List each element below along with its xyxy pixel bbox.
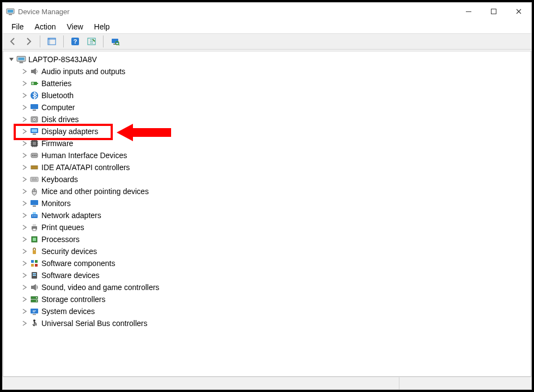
svg-text:?: ? [74, 38, 77, 45]
tree-item[interactable]: Computer [21, 101, 531, 113]
storage-icon [29, 294, 39, 304]
tree-item[interactable]: Display adapters [21, 125, 531, 137]
tree-item[interactable]: Storage controllers [21, 293, 531, 305]
tree-item-label: Software components [41, 259, 115, 268]
toolbar-divider [103, 35, 104, 47]
chevron-right-icon[interactable] [21, 236, 28, 243]
tree-item[interactable]: Software components [21, 257, 531, 269]
tree-item-label: Human Interface Devices [41, 151, 127, 160]
maximize-button[interactable] [481, 3, 506, 20]
tree-item-label: Computer [41, 103, 75, 112]
device-manager-window: Device Manager File Action View Help [2, 2, 532, 390]
component-icon [29, 258, 39, 268]
tree-item[interactable]: Monitors [21, 197, 531, 209]
tree-item[interactable]: Processors [21, 233, 531, 245]
chevron-right-icon[interactable] [21, 212, 28, 219]
tree-item-label: Storage controllers [41, 295, 106, 304]
chevron-right-icon[interactable] [21, 200, 28, 207]
chevron-right-icon[interactable] [21, 188, 28, 195]
tree-item[interactable]: Batteries [21, 77, 531, 89]
chevron-right-icon[interactable] [21, 260, 28, 267]
scan-hardware-button[interactable] [108, 35, 122, 47]
back-button[interactable] [6, 35, 20, 47]
tree-root-label: LAPTOP-8S43JA8V [28, 55, 97, 64]
chip-icon [29, 138, 39, 148]
chevron-right-icon[interactable] [21, 140, 28, 147]
tree-item-label: Batteries [41, 79, 71, 88]
tree-item[interactable]: Mice and other pointing devices [21, 185, 531, 197]
chevron-right-icon[interactable] [21, 295, 28, 303]
chevron-right-icon[interactable] [21, 128, 28, 135]
chevron-right-icon[interactable] [21, 92, 28, 99]
menu-view[interactable]: View [61, 21, 88, 32]
menu-help[interactable]: Help [89, 21, 116, 32]
chevron-right-icon[interactable] [21, 68, 28, 75]
console-tree-button[interactable] [45, 35, 59, 47]
tree-item[interactable]: Firmware [21, 137, 531, 149]
battery-icon [29, 79, 39, 88]
network-icon [29, 210, 39, 220]
hid-icon [29, 150, 39, 160]
close-button[interactable] [506, 3, 531, 20]
tree-item[interactable]: Security devices [21, 245, 531, 257]
chevron-down-icon[interactable] [8, 56, 15, 63]
tree-item[interactable]: Disk drives [21, 113, 531, 125]
chevron-right-icon[interactable] [21, 152, 28, 159]
tree-item-label: Display adapters [41, 127, 98, 136]
svg-rect-16 [20, 62, 23, 63]
statusbar [3, 377, 531, 389]
tree-item[interactable]: Bluetooth [21, 89, 531, 101]
toolbar-divider [63, 35, 64, 47]
disk-icon [29, 114, 39, 124]
tree-item[interactable]: Audio inputs and outputs [21, 65, 531, 77]
tree-item[interactable]: Sound, video and game controllers [21, 281, 531, 293]
chevron-right-icon[interactable] [21, 307, 28, 315]
svg-rect-11 [112, 39, 118, 43]
menubar: File Action View Help [3, 20, 531, 34]
tree-item[interactable]: Network adapters [21, 209, 531, 221]
software-icon [29, 270, 39, 280]
tree-item-label: Disk drives [41, 115, 78, 124]
window-title: Device Manager [18, 8, 70, 16]
tree-item[interactable]: Print queues [21, 221, 531, 233]
chevron-right-icon[interactable] [21, 224, 28, 231]
chevron-right-icon[interactable] [21, 176, 28, 183]
tree-item-label: Security devices [41, 247, 97, 256]
chevron-right-icon[interactable] [21, 80, 28, 87]
content-panel: LAPTOP-8S43JA8V Audio inputs and outputs… [3, 51, 531, 377]
minimize-button[interactable] [456, 3, 481, 20]
tree-item-label: System devices [41, 307, 95, 316]
svg-rect-7 [48, 38, 56, 40]
forward-button[interactable] [21, 35, 35, 47]
menu-action[interactable]: Action [29, 21, 62, 32]
toolbar: ? [3, 34, 531, 50]
tree-item-label: Print queues [41, 223, 84, 232]
menu-file[interactable]: File [6, 21, 29, 32]
tree-item[interactable]: Keyboards [21, 173, 531, 185]
chevron-right-icon[interactable] [21, 164, 28, 171]
titlebar[interactable]: Device Manager [3, 3, 531, 20]
tree-root-node[interactable]: LAPTOP-8S43JA8V [8, 53, 531, 65]
chevron-right-icon[interactable] [21, 116, 28, 123]
tree-item[interactable]: IDE ATA/ATAPI controllers [21, 161, 531, 173]
tree-item-label: Software devices [41, 271, 100, 280]
help-button[interactable]: ? [68, 35, 82, 47]
device-tree[interactable]: LAPTOP-8S43JA8V Audio inputs and outputs… [3, 51, 531, 376]
tree-item[interactable]: Software devices [21, 269, 531, 281]
svg-rect-3 [466, 11, 471, 12]
show-hidden-button[interactable] [84, 35, 99, 47]
tree-item-label: Keyboards [41, 175, 78, 184]
chevron-right-icon[interactable] [21, 272, 28, 279]
tree-item[interactable]: Universal Serial Bus controllers [21, 317, 531, 329]
chevron-right-icon[interactable] [21, 284, 28, 291]
sound-icon [29, 282, 39, 292]
tree-item-label: Monitors [41, 199, 71, 208]
svg-rect-2 [9, 14, 12, 15]
tree-item[interactable]: Human Interface Devices [21, 149, 531, 161]
chevron-right-icon[interactable] [21, 104, 28, 111]
chevron-right-icon[interactable] [21, 319, 28, 327]
chevron-right-icon[interactable] [21, 248, 28, 255]
toolbar-divider [40, 35, 40, 47]
cpu-icon [29, 234, 39, 244]
tree-item[interactable]: System devices [21, 305, 531, 317]
